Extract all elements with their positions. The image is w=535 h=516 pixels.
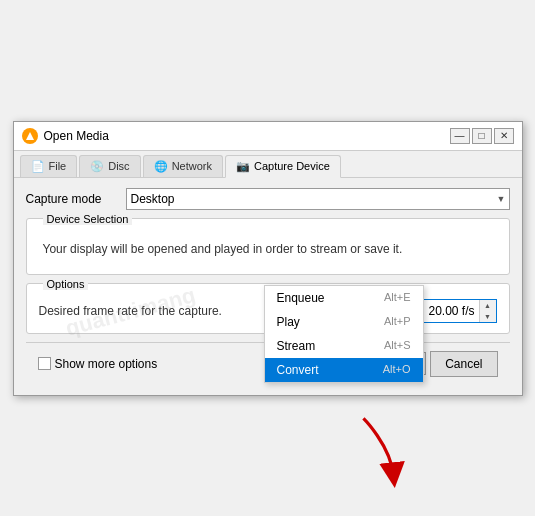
title-bar: Open Media — □ ✕ [14,122,522,151]
dropdown-stream[interactable]: Stream Alt+S [265,334,423,358]
convert-shortcut: Alt+O [383,363,411,377]
tab-file[interactable]: 📄 File [20,155,78,177]
tab-capture-label: Capture Device [254,160,330,172]
file-icon: 📄 [31,160,45,173]
close-button[interactable]: ✕ [494,128,514,144]
dropdown-enqueue[interactable]: Enqueue Alt+E [265,286,423,310]
convert-label: Convert [277,363,319,377]
tab-disc-label: Disc [108,160,129,172]
enqueue-label: Enqueue [277,291,325,305]
maximize-button[interactable]: □ [472,128,492,144]
title-bar-left: Open Media [22,128,109,144]
capture-mode-label: Capture mode [26,192,126,206]
tab-capture[interactable]: 📷 Capture Device [225,155,341,178]
minimize-button[interactable]: — [450,128,470,144]
spinbox-down[interactable]: ▼ [480,311,496,322]
network-icon: 🌐 [154,160,168,173]
stream-label: Stream [277,339,316,353]
disc-icon: 💿 [90,160,104,173]
title-controls: — □ ✕ [450,128,514,144]
capture-mode-select[interactable]: Desktop DirectShow TV - digital TV - ana… [126,188,510,210]
device-selection-content: Your display will be opened and played i… [27,226,509,274]
show-more-label: Show more options [55,357,158,371]
action-buttons: Enqueue Alt+E Play Alt+P Stream Alt+S Co… [350,351,498,377]
show-more-options: Show more options [38,357,158,371]
dropdown-play[interactable]: Play Alt+P [265,310,423,334]
tab-bar: 📄 File 💿 Disc 🌐 Network 📷 Capture Device [14,151,522,178]
device-selection-title: Device Selection [43,213,133,225]
play-label: Play [277,315,300,329]
capture-mode-row: Capture mode Desktop DirectShow TV - dig… [26,188,510,210]
stream-shortcut: Alt+S [384,339,411,353]
bottom-bar: Show more options Enqueue Alt+E Play Alt… [26,342,510,385]
show-more-checkbox[interactable] [38,357,51,370]
device-selection-group: Device Selection Your display will be op… [26,218,510,275]
options-title: Options [43,278,89,290]
tab-network-label: Network [172,160,212,172]
capture-mode-select-wrapper: Desktop DirectShow TV - digital TV - ana… [126,188,510,210]
capture-icon: 📷 [236,160,250,173]
tab-network[interactable]: 🌐 Network [143,155,223,177]
vlc-icon [22,128,38,144]
window-title: Open Media [44,129,109,143]
play-shortcut: Alt+P [384,315,411,329]
tab-disc[interactable]: 💿 Disc [79,155,140,177]
tab-file-label: File [49,160,67,172]
spinbox-controls: ▲ ▼ [479,300,496,322]
device-info-text: Your display will be opened and played i… [39,234,497,264]
device-selection-header: Device Selection [27,212,509,226]
spinbox-up[interactable]: ▲ [480,300,496,311]
red-arrow-annotation [352,413,407,488]
dropdown-convert[interactable]: Convert Alt+O [265,358,423,382]
play-dropdown-menu: Enqueue Alt+E Play Alt+P Stream Alt+S Co… [264,285,424,383]
cancel-button[interactable]: Cancel [430,351,497,377]
svg-marker-0 [26,132,34,140]
open-media-window: Open Media — □ ✕ 📄 File 💿 Disc 🌐 Network… [13,121,523,396]
main-content: Capture mode Desktop DirectShow TV - dig… [14,178,522,395]
enqueue-shortcut: Alt+E [384,291,411,305]
